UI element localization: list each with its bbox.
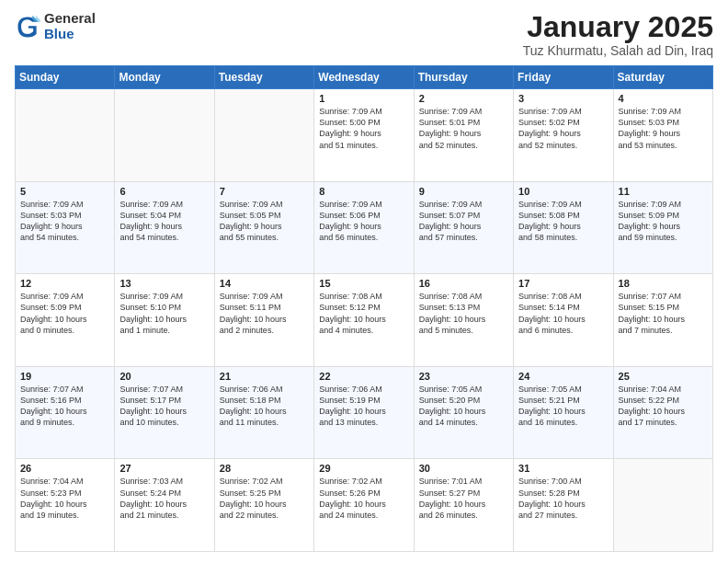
- logo-icon: [15, 14, 40, 40]
- day-of-week-header: Thursday: [414, 66, 513, 89]
- calendar-week-row: 5Sunrise: 7:09 AM Sunset: 5:03 PM Daylig…: [16, 181, 713, 274]
- cell-content: Sunrise: 7:09 AM Sunset: 5:04 PM Dayligh…: [119, 199, 209, 244]
- day-of-week-header: Wednesday: [314, 66, 414, 89]
- day-number: 10: [518, 186, 608, 197]
- calendar-cell: 31Sunrise: 7:00 AM Sunset: 5:28 PM Dayli…: [514, 459, 613, 552]
- day-number: 30: [419, 463, 508, 474]
- calendar-cell: 27Sunrise: 7:03 AM Sunset: 5:24 PM Dayli…: [115, 459, 214, 552]
- day-number: 3: [518, 93, 608, 104]
- day-number: 24: [518, 371, 608, 382]
- calendar-cell: 3Sunrise: 7:09 AM Sunset: 5:02 PM Daylig…: [514, 89, 613, 182]
- logo-general-text: General: [44, 11, 96, 27]
- cell-content: Sunrise: 7:09 AM Sunset: 5:06 PM Dayligh…: [319, 199, 408, 244]
- cell-content: Sunrise: 7:09 AM Sunset: 5:00 PM Dayligh…: [319, 106, 408, 151]
- day-number: 7: [220, 186, 309, 197]
- cell-content: Sunrise: 7:09 AM Sunset: 5:09 PM Dayligh…: [619, 199, 708, 244]
- logo: General Blue: [15, 11, 96, 41]
- logo-blue-text: Blue: [44, 27, 96, 42]
- day-number: 29: [319, 463, 408, 474]
- cell-content: Sunrise: 7:04 AM Sunset: 5:22 PM Dayligh…: [619, 384, 708, 429]
- calendar-cell: 17Sunrise: 7:08 AM Sunset: 5:14 PM Dayli…: [514, 274, 613, 367]
- cell-content: Sunrise: 7:04 AM Sunset: 5:23 PM Dayligh…: [20, 476, 109, 521]
- cell-content: Sunrise: 7:02 AM Sunset: 5:25 PM Dayligh…: [220, 476, 309, 521]
- cell-content: Sunrise: 7:07 AM Sunset: 5:17 PM Dayligh…: [119, 384, 209, 429]
- cell-content: Sunrise: 7:09 AM Sunset: 5:09 PM Dayligh…: [20, 291, 109, 336]
- day-number: 8: [319, 186, 408, 197]
- cell-content: Sunrise: 7:07 AM Sunset: 5:16 PM Dayligh…: [20, 384, 109, 429]
- cell-content: Sunrise: 7:09 AM Sunset: 5:08 PM Dayligh…: [518, 199, 608, 244]
- day-number: 19: [20, 371, 109, 382]
- day-number: 2: [419, 93, 508, 104]
- day-number: 22: [319, 371, 408, 382]
- calendar-cell: 2Sunrise: 7:09 AM Sunset: 5:01 PM Daylig…: [414, 89, 513, 182]
- cell-content: Sunrise: 7:06 AM Sunset: 5:18 PM Dayligh…: [220, 384, 309, 429]
- cell-content: Sunrise: 7:02 AM Sunset: 5:26 PM Dayligh…: [319, 476, 408, 521]
- calendar-cell: [115, 89, 214, 182]
- cell-content: Sunrise: 7:09 AM Sunset: 5:11 PM Dayligh…: [220, 291, 309, 336]
- cell-content: Sunrise: 7:03 AM Sunset: 5:24 PM Dayligh…: [119, 476, 209, 521]
- cell-content: Sunrise: 7:09 AM Sunset: 5:10 PM Dayligh…: [119, 291, 209, 336]
- calendar-cell: 29Sunrise: 7:02 AM Sunset: 5:26 PM Dayli…: [314, 459, 414, 552]
- day-number: 9: [419, 186, 508, 197]
- calendar-cell: [613, 459, 712, 552]
- day-number: 4: [619, 93, 708, 104]
- day-number: 12: [20, 278, 109, 289]
- header: General Blue January 2025 Tuz Khurmatu, …: [15, 11, 713, 58]
- day-of-week-header: Saturday: [613, 66, 712, 89]
- calendar-cell: 26Sunrise: 7:04 AM Sunset: 5:23 PM Dayli…: [16, 459, 115, 552]
- cell-content: Sunrise: 7:05 AM Sunset: 5:20 PM Dayligh…: [419, 384, 508, 429]
- cell-content: Sunrise: 7:09 AM Sunset: 5:01 PM Dayligh…: [419, 106, 508, 151]
- day-number: 13: [119, 278, 209, 289]
- day-number: 31: [518, 463, 608, 474]
- calendar-cell: 24Sunrise: 7:05 AM Sunset: 5:21 PM Dayli…: [514, 366, 613, 459]
- day-number: 16: [419, 278, 508, 289]
- calendar-cell: [16, 89, 115, 182]
- cell-content: Sunrise: 7:08 AM Sunset: 5:13 PM Dayligh…: [419, 291, 508, 336]
- title-block: January 2025 Tuz Khurmatu, Salah ad Din,…: [523, 11, 713, 58]
- calendar-cell: 20Sunrise: 7:07 AM Sunset: 5:17 PM Dayli…: [115, 366, 214, 459]
- day-number: 23: [419, 371, 508, 382]
- calendar-cell: 15Sunrise: 7:08 AM Sunset: 5:12 PM Dayli…: [314, 274, 414, 367]
- calendar-cell: 16Sunrise: 7:08 AM Sunset: 5:13 PM Dayli…: [414, 274, 513, 367]
- day-of-week-header: Monday: [115, 66, 214, 89]
- day-number: 6: [119, 186, 209, 197]
- calendar-subtitle: Tuz Khurmatu, Salah ad Din, Iraq: [523, 43, 713, 58]
- day-number: 26: [20, 463, 109, 474]
- page: General Blue January 2025 Tuz Khurmatu, …: [0, 0, 728, 563]
- calendar-cell: 22Sunrise: 7:06 AM Sunset: 5:19 PM Dayli…: [314, 366, 414, 459]
- calendar-week-row: 19Sunrise: 7:07 AM Sunset: 5:16 PM Dayli…: [16, 366, 713, 459]
- calendar-cell: 9Sunrise: 7:09 AM Sunset: 5:07 PM Daylig…: [414, 181, 513, 274]
- day-number: 18: [619, 278, 708, 289]
- cell-content: Sunrise: 7:09 AM Sunset: 5:05 PM Dayligh…: [220, 199, 309, 244]
- cell-content: Sunrise: 7:09 AM Sunset: 5:07 PM Dayligh…: [419, 199, 508, 244]
- calendar-table: SundayMondayTuesdayWednesdayThursdayFrid…: [15, 65, 713, 552]
- calendar-cell: 13Sunrise: 7:09 AM Sunset: 5:10 PM Dayli…: [115, 274, 214, 367]
- calendar-week-row: 12Sunrise: 7:09 AM Sunset: 5:09 PM Dayli…: [16, 274, 713, 367]
- cell-content: Sunrise: 7:08 AM Sunset: 5:14 PM Dayligh…: [518, 291, 608, 336]
- calendar-cell: 19Sunrise: 7:07 AM Sunset: 5:16 PM Dayli…: [16, 366, 115, 459]
- day-of-week-header: Friday: [514, 66, 613, 89]
- calendar-week-row: 1Sunrise: 7:09 AM Sunset: 5:00 PM Daylig…: [16, 89, 713, 182]
- calendar-header: SundayMondayTuesdayWednesdayThursdayFrid…: [16, 66, 713, 89]
- logo-text: General Blue: [44, 11, 96, 41]
- day-number: 21: [220, 371, 309, 382]
- calendar-cell: 21Sunrise: 7:06 AM Sunset: 5:18 PM Dayli…: [214, 366, 313, 459]
- day-number: 15: [319, 278, 408, 289]
- calendar-cell: 8Sunrise: 7:09 AM Sunset: 5:06 PM Daylig…: [314, 181, 414, 274]
- cell-content: Sunrise: 7:08 AM Sunset: 5:12 PM Dayligh…: [319, 291, 408, 336]
- calendar-cell: 6Sunrise: 7:09 AM Sunset: 5:04 PM Daylig…: [115, 181, 214, 274]
- cell-content: Sunrise: 7:00 AM Sunset: 5:28 PM Dayligh…: [518, 476, 608, 521]
- calendar-cell: 10Sunrise: 7:09 AM Sunset: 5:08 PM Dayli…: [514, 181, 613, 274]
- cell-content: Sunrise: 7:09 AM Sunset: 5:02 PM Dayligh…: [518, 106, 608, 151]
- calendar-cell: 28Sunrise: 7:02 AM Sunset: 5:25 PM Dayli…: [214, 459, 313, 552]
- day-number: 27: [119, 463, 209, 474]
- day-number: 17: [518, 278, 608, 289]
- cell-content: Sunrise: 7:09 AM Sunset: 5:03 PM Dayligh…: [619, 106, 708, 151]
- calendar-cell: 11Sunrise: 7:09 AM Sunset: 5:09 PM Dayli…: [613, 181, 712, 274]
- calendar-cell: [214, 89, 313, 182]
- calendar-cell: 14Sunrise: 7:09 AM Sunset: 5:11 PM Dayli…: [214, 274, 313, 367]
- day-of-week-header: Sunday: [16, 66, 115, 89]
- calendar-cell: 4Sunrise: 7:09 AM Sunset: 5:03 PM Daylig…: [613, 89, 712, 182]
- day-number: 1: [319, 93, 408, 104]
- day-of-week-header: Tuesday: [214, 66, 313, 89]
